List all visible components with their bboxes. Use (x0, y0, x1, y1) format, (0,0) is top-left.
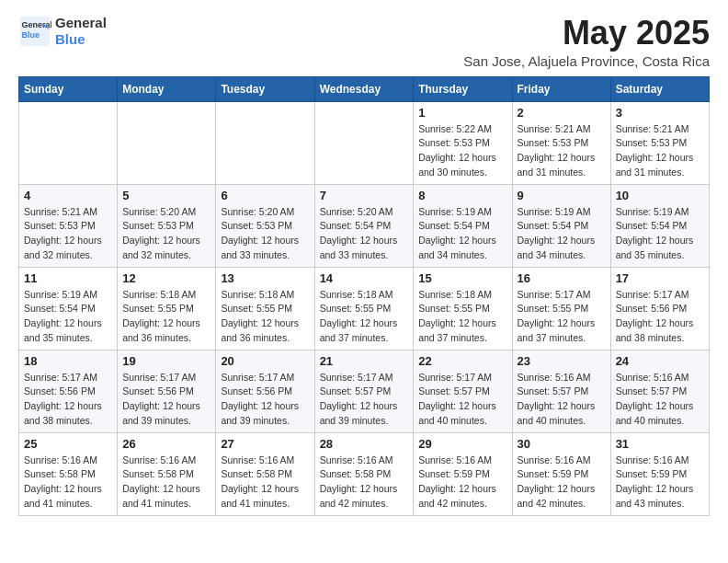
calendar-cell: 28Sunrise: 5:16 AMSunset: 5:58 PMDayligh… (314, 432, 414, 515)
svg-text:Blue: Blue (22, 30, 40, 40)
day-number: 4 (24, 189, 112, 202)
calendar-cell: 21Sunrise: 5:17 AMSunset: 5:57 PMDayligh… (314, 350, 414, 432)
logo-text: GeneralBlue (55, 15, 107, 48)
day-info: Sunrise: 5:18 AMSunset: 5:55 PMDaylight:… (122, 288, 210, 346)
day-number: 16 (518, 271, 606, 285)
day-info: Sunrise: 5:16 AMSunset: 5:58 PMDaylight:… (221, 454, 309, 511)
day-number: 22 (418, 354, 506, 368)
day-info: Sunrise: 5:21 AMSunset: 5:53 PMDaylight:… (616, 122, 704, 180)
calendar-cell: 11Sunrise: 5:19 AMSunset: 5:54 PMDayligh… (19, 267, 118, 350)
day-number: 10 (616, 189, 704, 202)
day-number: 25 (24, 437, 112, 451)
calendar-cell: 15Sunrise: 5:18 AMSunset: 5:55 PMDayligh… (414, 267, 512, 350)
calendar-cell: 17Sunrise: 5:17 AMSunset: 5:56 PMDayligh… (610, 267, 709, 350)
calendar-cell: 22Sunrise: 5:17 AMSunset: 5:57 PMDayligh… (414, 350, 512, 432)
day-number: 14 (320, 271, 409, 285)
weekday-header: Friday (512, 76, 610, 101)
day-number: 6 (221, 189, 309, 202)
calendar-cell: 20Sunrise: 5:17 AMSunset: 5:56 PMDayligh… (216, 350, 314, 432)
day-info: Sunrise: 5:20 AMSunset: 5:53 PMDaylight:… (122, 205, 210, 263)
calendar-cell: 5Sunrise: 5:20 AMSunset: 5:53 PMDaylight… (118, 184, 216, 267)
calendar-cell: 23Sunrise: 5:16 AMSunset: 5:57 PMDayligh… (512, 350, 610, 432)
title-area: May 2025 San Jose, Alajuela Province, Co… (463, 15, 710, 69)
logo-icon: General Blue (18, 15, 51, 48)
day-info: Sunrise: 5:19 AMSunset: 5:54 PMDaylight:… (518, 205, 606, 263)
day-number: 28 (320, 437, 409, 451)
day-info: Sunrise: 5:18 AMSunset: 5:55 PMDaylight:… (221, 288, 309, 346)
day-number: 8 (418, 189, 506, 202)
day-number: 1 (418, 106, 506, 120)
calendar-cell: 19Sunrise: 5:17 AMSunset: 5:56 PMDayligh… (118, 350, 216, 432)
calendar-cell: 31Sunrise: 5:16 AMSunset: 5:59 PMDayligh… (610, 432, 709, 515)
subtitle: San Jose, Alajuela Province, Costa Rica (463, 53, 710, 69)
day-number: 26 (122, 437, 210, 451)
main-title: May 2025 (463, 15, 710, 52)
calendar-cell (314, 101, 414, 184)
day-number: 17 (616, 271, 704, 285)
calendar-cell: 4Sunrise: 5:21 AMSunset: 5:53 PMDaylight… (19, 184, 118, 267)
calendar-cell: 7Sunrise: 5:20 AMSunset: 5:54 PMDaylight… (314, 184, 414, 267)
day-number: 27 (221, 437, 309, 451)
day-info: Sunrise: 5:16 AMSunset: 5:58 PMDaylight:… (24, 454, 112, 511)
day-number: 31 (616, 437, 704, 451)
day-number: 3 (616, 106, 704, 120)
calendar-cell: 27Sunrise: 5:16 AMSunset: 5:58 PMDayligh… (216, 432, 314, 515)
day-number: 11 (24, 271, 112, 285)
day-number: 23 (518, 354, 606, 368)
day-info: Sunrise: 5:21 AMSunset: 5:53 PMDaylight:… (24, 205, 112, 263)
calendar-cell: 13Sunrise: 5:18 AMSunset: 5:55 PMDayligh… (216, 267, 314, 350)
weekday-header: Wednesday (314, 76, 414, 101)
day-number: 18 (24, 354, 112, 368)
calendar-week-row: 18Sunrise: 5:17 AMSunset: 5:56 PMDayligh… (19, 350, 710, 432)
day-info: Sunrise: 5:17 AMSunset: 5:57 PMDaylight:… (418, 371, 506, 429)
calendar-cell: 26Sunrise: 5:16 AMSunset: 5:58 PMDayligh… (118, 432, 216, 515)
calendar-cell: 25Sunrise: 5:16 AMSunset: 5:58 PMDayligh… (19, 432, 118, 515)
day-number: 2 (518, 106, 606, 120)
day-number: 19 (122, 354, 210, 368)
calendar-cell: 9Sunrise: 5:19 AMSunset: 5:54 PMDaylight… (512, 184, 610, 267)
day-info: Sunrise: 5:16 AMSunset: 5:59 PMDaylight:… (418, 454, 506, 511)
day-info: Sunrise: 5:16 AMSunset: 5:57 PMDaylight:… (518, 371, 606, 429)
calendar-cell: 1Sunrise: 5:22 AMSunset: 5:53 PMDaylight… (414, 101, 512, 184)
day-number: 29 (418, 437, 506, 451)
calendar-week-row: 1Sunrise: 5:22 AMSunset: 5:53 PMDaylight… (19, 101, 710, 184)
day-number: 30 (518, 437, 606, 451)
day-number: 15 (418, 271, 506, 285)
day-info: Sunrise: 5:18 AMSunset: 5:55 PMDaylight:… (418, 288, 506, 346)
calendar-cell (19, 101, 118, 184)
calendar-week-row: 11Sunrise: 5:19 AMSunset: 5:54 PMDayligh… (19, 267, 710, 350)
day-info: Sunrise: 5:20 AMSunset: 5:54 PMDaylight:… (320, 205, 409, 263)
calendar-cell: 30Sunrise: 5:16 AMSunset: 5:59 PMDayligh… (512, 432, 610, 515)
day-info: Sunrise: 5:18 AMSunset: 5:55 PMDaylight:… (320, 288, 409, 346)
calendar-cell: 6Sunrise: 5:20 AMSunset: 5:53 PMDaylight… (216, 184, 314, 267)
day-info: Sunrise: 5:19 AMSunset: 5:54 PMDaylight:… (24, 288, 112, 346)
day-info: Sunrise: 5:17 AMSunset: 5:55 PMDaylight:… (518, 288, 606, 346)
calendar-cell: 16Sunrise: 5:17 AMSunset: 5:55 PMDayligh… (512, 267, 610, 350)
calendar-cell: 3Sunrise: 5:21 AMSunset: 5:53 PMDaylight… (610, 101, 709, 184)
day-number: 24 (616, 354, 704, 368)
day-info: Sunrise: 5:17 AMSunset: 5:56 PMDaylight:… (616, 288, 704, 346)
day-info: Sunrise: 5:20 AMSunset: 5:53 PMDaylight:… (221, 205, 309, 263)
day-info: Sunrise: 5:16 AMSunset: 5:59 PMDaylight:… (616, 454, 704, 511)
weekday-header: Sunday (19, 76, 118, 101)
day-number: 7 (320, 189, 409, 202)
calendar-cell: 12Sunrise: 5:18 AMSunset: 5:55 PMDayligh… (118, 267, 216, 350)
calendar-cell: 2Sunrise: 5:21 AMSunset: 5:53 PMDaylight… (512, 101, 610, 184)
calendar-table: SundayMondayTuesdayWednesdayThursdayFrid… (18, 76, 710, 516)
day-info: Sunrise: 5:16 AMSunset: 5:59 PMDaylight:… (518, 454, 606, 511)
day-info: Sunrise: 5:16 AMSunset: 5:58 PMDaylight:… (320, 454, 409, 511)
weekday-header: Tuesday (216, 76, 314, 101)
day-info: Sunrise: 5:17 AMSunset: 5:57 PMDaylight:… (320, 371, 409, 429)
day-info: Sunrise: 5:19 AMSunset: 5:54 PMDaylight:… (418, 205, 506, 263)
day-number: 5 (122, 189, 210, 202)
calendar-cell: 10Sunrise: 5:19 AMSunset: 5:54 PMDayligh… (610, 184, 709, 267)
day-info: Sunrise: 5:17 AMSunset: 5:56 PMDaylight:… (221, 371, 309, 429)
calendar-week-row: 4Sunrise: 5:21 AMSunset: 5:53 PMDaylight… (19, 184, 710, 267)
logo: General Blue GeneralBlue (18, 15, 107, 48)
weekday-header: Thursday (414, 76, 512, 101)
day-info: Sunrise: 5:16 AMSunset: 5:57 PMDaylight:… (616, 371, 704, 429)
day-info: Sunrise: 5:17 AMSunset: 5:56 PMDaylight:… (24, 371, 112, 429)
day-number: 13 (221, 271, 309, 285)
calendar-cell: 24Sunrise: 5:16 AMSunset: 5:57 PMDayligh… (610, 350, 709, 432)
day-info: Sunrise: 5:17 AMSunset: 5:56 PMDaylight:… (122, 371, 210, 429)
